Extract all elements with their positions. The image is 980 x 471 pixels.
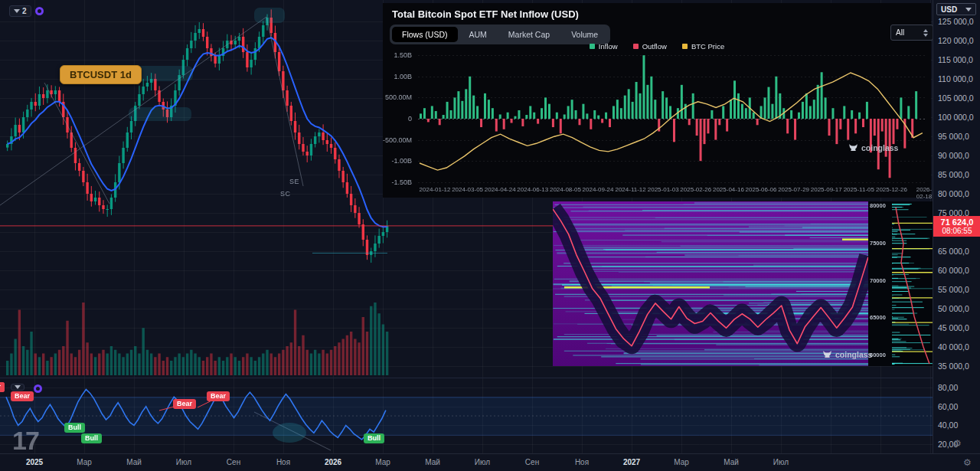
time-tick: 2027 [623,458,640,466]
rsi-tick: 80,00 [938,383,958,392]
etf-x-tick: 2025-02-26 [680,186,711,193]
price-tick: 105 000,0 [938,93,974,103]
etf-y-tick: 1.00B [394,73,412,80]
legend-item: Inflow [590,42,618,51]
time-tick: Сен [227,458,240,466]
price-tick: 55 000,0 [938,285,969,294]
indicator-loading-icon[interactable] [35,7,44,15]
annotation-se: SE [289,178,299,185]
range-selector[interactable]: All [890,25,933,41]
time-tick: Сен [525,458,539,466]
rsi-tick: 60,00 [938,402,958,411]
legend-item: BTC Price [682,42,724,51]
bull-marker[interactable]: Bull [364,433,384,443]
tab-flows-usd-[interactable]: Flows (USD) [392,27,458,42]
top-zone[interactable] [254,8,285,23]
price-tick: 45 000,0 [938,323,969,332]
tab-volume[interactable]: Volume [561,27,608,42]
price-tick: 100 000,0 [938,113,974,122]
etf-inflow-panel: Total Bitcoin Spot ETF Net Inflow (USD) … [383,3,931,198]
legend-swatch [633,44,639,49]
time-axis[interactable]: 2025МарМайИюлСенНоя2026МарМайИюлСенНоя20… [0,453,980,471]
legend-swatch [590,44,595,49]
heatmap-y-tick: 70000 [870,277,886,284]
bull-marker[interactable]: Bull [64,423,85,433]
time-tick: Июл [475,458,490,466]
price-tick: 40 000,0 [938,342,969,352]
etf-x-tick: 2026-02-18 [916,186,932,200]
tab-aum[interactable]: AUM [459,27,497,42]
legend-label: BTC Price [691,42,724,51]
rsi-highlight-ellipse[interactable] [273,423,306,443]
etf-y-tick: 1.50B [394,51,412,59]
coinglass-watermark: coinglass [848,142,898,152]
bear-marker[interactable]: Bear [173,399,196,409]
etf-x-tick: 2025-01-03 [648,186,679,193]
symbol-badge[interactable]: BTCUSDT 1d [60,65,142,84]
bear-marker[interactable]: Bear [0,382,5,392]
time-tick: Мар [674,458,689,466]
time-tick: Июл [773,458,789,466]
etf-y-tick: -1.50B [391,178,412,186]
tab-market-cap[interactable]: Market Cap [498,27,560,42]
price-tick: 95 000,0 [938,132,969,141]
price-tick: 125 000,0 [938,17,974,26]
tradingview-logo[interactable]: 17 [12,426,38,456]
heatmap-canvas[interactable] [553,201,939,366]
etf-x-tick: 2025-07-29 [778,186,809,193]
axis-settings-gear-icon[interactable]: ⚙ [953,438,962,449]
etf-x-tick: 2024-03-05 [452,186,483,193]
rsi-loading-icon[interactable] [34,384,42,393]
price-axis[interactable]: USD 125 000,0120 000,0115 000,0110 000,0… [933,0,980,471]
time-tick: Май [425,458,440,466]
rsi-tick: 40,00 [938,420,958,430]
etf-x-tick: 2025-06-06 [746,186,777,193]
heatmap-y-tick: 65000 [870,314,886,321]
coinglass-bull-icon [822,349,832,359]
etf-y-tick: 500.00M [385,93,412,101]
etf-x-tick: 2024-01-12 [420,186,451,193]
etf-x-tick: 2024-08-05 [550,186,581,193]
time-tick: Ноя [276,458,290,466]
chevron-down-icon [965,8,972,11]
currency-selector[interactable]: USD [936,3,976,15]
coinglass-watermark: coinglass [822,349,872,359]
bear-marker[interactable]: Bear [207,391,230,401]
time-tick: 2025 [26,458,43,466]
time-settings-gear-icon[interactable]: ⚙ [963,457,972,468]
time-tick: Май [126,458,142,466]
heatmap-y-tick: 80000 [870,202,886,209]
bear-marker[interactable]: Bear [11,391,34,401]
etf-y-tick: 0 [408,115,412,123]
time-tick: Мар [375,458,390,466]
bull-marker[interactable]: Bull [81,433,102,443]
legend-swatch [682,44,688,49]
price-tick: 110 000,0 [938,74,973,83]
object-count: 2 [22,7,27,15]
price-tick: 90 000,0 [938,151,969,160]
legend-label: Outflow [642,42,667,51]
last-price: 71 624,0 [933,218,980,227]
time-tick: 2026 [325,458,341,466]
time-tick: Мар [77,458,92,466]
rsi-pane-chip[interactable] [11,384,24,391]
chevron-down-icon [15,385,21,389]
liquidation-heatmap-panel: 8000075000700006500060000 coinglass [553,201,939,366]
price-tick: 85 000,0 [938,170,969,179]
range-selector-arrows-icon [923,29,928,37]
etf-y-tick: -1.00B [391,157,412,165]
last-price-badge: 71 624,0 08:06:55 [933,216,980,237]
etf-panel-title: Total Bitcoin Spot ETF Net Inflow (USD) [392,8,579,20]
chevron-down-icon [14,9,20,13]
range-selector-value: All [896,28,904,37]
price-tick: 80 000,0 [938,189,969,198]
objects-tree-chip[interactable]: 2 [9,5,31,17]
etf-x-tick: 2024-09-24 [583,186,614,193]
price-tick: 120 000,0 [938,36,974,45]
legend-item: Outflow [633,42,667,51]
etf-y-tick: -500.00M [383,136,412,144]
etf-x-tick: 2024-04-24 [485,186,516,193]
etf-x-tick: 2024-06-13 [517,186,548,193]
demand-zone[interactable] [129,107,191,121]
price-tick: 115 000,0 [938,55,973,64]
